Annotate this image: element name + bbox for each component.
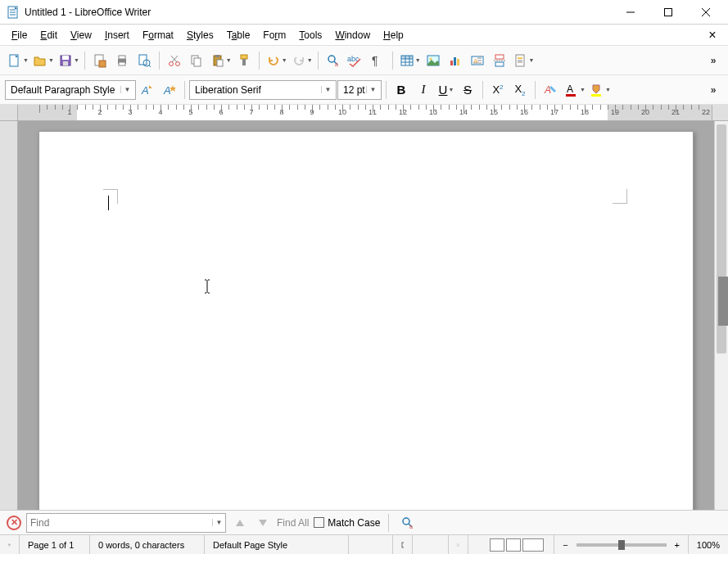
find-input[interactable]: [27, 515, 212, 531]
print-button[interactable]: [111, 50, 133, 71]
sidebar-handle[interactable]: [718, 277, 728, 326]
insert-field-button[interactable]: ▼: [511, 50, 536, 71]
svg-rect-46: [457, 59, 459, 65]
svg-point-20: [169, 61, 173, 65]
svg-rect-74: [457, 543, 459, 545]
insert-image-button[interactable]: [423, 50, 444, 71]
multi-page-view-button[interactable]: [506, 538, 521, 552]
app-icon: [7, 6, 20, 19]
insert-page-break-button[interactable]: [489, 50, 510, 71]
insert-table-button[interactable]: ▼: [397, 50, 422, 71]
clone-formatting-button[interactable]: [233, 50, 255, 71]
zoom-percent[interactable]: 100%: [689, 535, 728, 554]
menu-tools[interactable]: Tools: [292, 27, 328, 43]
svg-text:a: a: [409, 524, 413, 529]
print-preview-button[interactable]: [133, 50, 155, 71]
menu-edit[interactable]: Edit: [34, 27, 64, 43]
copy-button[interactable]: [186, 50, 207, 71]
find-next-button[interactable]: [254, 515, 272, 531]
paragraph-style-combo[interactable]: Default Paragraph Style▼: [5, 80, 136, 100]
underline-button[interactable]: U▼: [435, 79, 456, 101]
selection-mode-status[interactable]: [413, 535, 449, 554]
word-count-status[interactable]: 0 words, 0 characters: [90, 535, 205, 554]
paste-button[interactable]: ▼: [208, 50, 233, 71]
document-canvas[interactable]: [18, 121, 714, 510]
svg-rect-5: [665, 8, 672, 16]
insert-chart-button[interactable]: [445, 50, 466, 71]
font-color-button[interactable]: A▼: [562, 79, 586, 101]
strikethrough-button[interactable]: S: [457, 79, 478, 101]
superscript-button[interactable]: X2: [487, 79, 509, 101]
svg-rect-10: [62, 56, 69, 60]
menu-file[interactable]: File: [5, 27, 34, 43]
svg-rect-70: [402, 543, 404, 547]
undo-button[interactable]: ▼: [264, 50, 288, 71]
close-button[interactable]: [687, 0, 725, 25]
menu-form[interactable]: Form: [256, 27, 292, 43]
signature-status[interactable]: [449, 535, 468, 554]
horizontal-ruler[interactable]: 12345678910111213141516171819202122: [0, 105, 728, 121]
insert-mode-status[interactable]: [393, 535, 413, 554]
italic-button[interactable]: I: [413, 79, 434, 101]
clear-formatting-button[interactable]: A: [540, 79, 561, 101]
svg-point-65: [403, 518, 409, 525]
svg-rect-28: [217, 60, 223, 66]
highlight-color-button[interactable]: ▼: [587, 79, 612, 101]
svg-rect-52: [495, 55, 504, 59]
language-status[interactable]: [349, 535, 393, 554]
svg-text:A: A: [544, 84, 551, 96]
redo-button[interactable]: ▼: [289, 50, 314, 71]
close-findbar-button[interactable]: ✕: [7, 516, 21, 530]
export-pdf-button[interactable]: [89, 50, 111, 71]
book-view-button[interactable]: [522, 538, 544, 552]
insert-textbox-button[interactable]: A: [467, 50, 488, 71]
text-caret: [108, 196, 109, 210]
zoom-slider[interactable]: [577, 543, 667, 547]
svg-text:a: a: [335, 61, 338, 67]
menu-format[interactable]: Format: [136, 27, 180, 43]
minimize-button[interactable]: [612, 0, 649, 25]
page[interactable]: [38, 131, 694, 510]
open-button[interactable]: ▼: [30, 50, 55, 71]
menu-insert[interactable]: Insert: [98, 27, 136, 43]
subscript-button[interactable]: X2: [509, 79, 531, 101]
font-size-combo[interactable]: 12 pt▼: [337, 80, 382, 100]
match-case-checkbox[interactable]: Match Case: [314, 517, 380, 529]
toolbar-overflow-button[interactable]: »: [702, 50, 723, 71]
cut-button[interactable]: [164, 50, 185, 71]
margin-marker-top-left: [103, 189, 118, 204]
menu-help[interactable]: Help: [377, 27, 410, 43]
formatting-marks-button[interactable]: ¶: [367, 50, 388, 71]
find-input-wrapper[interactable]: ▼: [26, 513, 226, 533]
menu-window[interactable]: Window: [328, 27, 377, 43]
close-document-button[interactable]: ×: [702, 28, 723, 43]
svg-line-22: [172, 56, 178, 62]
page-number-status[interactable]: Page 1 of 1: [20, 535, 90, 554]
save-button[interactable]: ▼: [56, 50, 80, 71]
update-style-button[interactable]: A: [137, 79, 158, 101]
menu-styles[interactable]: Styles: [180, 27, 220, 43]
vertical-ruler[interactable]: [0, 121, 18, 510]
svg-text:A: A: [567, 83, 573, 95]
standard-toolbar: ▼ ▼ ▼ ▼ ▼ ▼ a abc ¶ ▼ A ▼ »: [0, 46, 728, 75]
find-all-button[interactable]: Find All: [277, 517, 309, 529]
format-toolbar-overflow-button[interactable]: »: [702, 79, 723, 101]
find-options-button[interactable]: a: [397, 512, 418, 534]
new-button[interactable]: ▼: [5, 50, 29, 71]
maximize-button[interactable]: [649, 0, 687, 25]
spellcheck-button[interactable]: abc: [345, 50, 366, 71]
svg-rect-41: [401, 56, 413, 59]
menu-table[interactable]: Table: [220, 27, 257, 43]
single-page-view-button[interactable]: [490, 538, 504, 552]
zoom-in-button[interactable]: +: [671, 540, 683, 550]
font-name-combo[interactable]: Liberation Serif▼: [189, 80, 337, 100]
find-replace-button[interactable]: a: [323, 50, 344, 71]
document-area: [0, 121, 728, 510]
menu-view[interactable]: View: [64, 27, 98, 43]
bold-button[interactable]: B: [391, 79, 412, 101]
zoom-out-button[interactable]: −: [559, 540, 571, 550]
new-style-button[interactable]: A: [159, 79, 180, 101]
save-status-icon[interactable]: [0, 535, 20, 554]
page-style-status[interactable]: Default Page Style: [205, 535, 349, 554]
find-previous-button[interactable]: [231, 515, 249, 531]
